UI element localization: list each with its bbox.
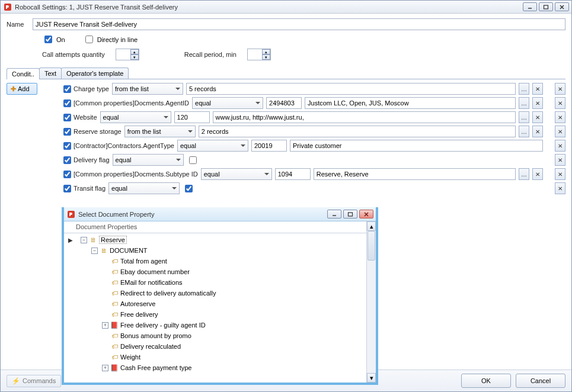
tree-row-label: Reserve — [99, 236, 127, 244]
condition-enable-checkbox[interactable] — [63, 85, 71, 93]
condition-value-text[interactable]: Justcom LLC, Open, JUS, Moscow — [305, 97, 516, 109]
minimize-button[interactable] — [523, 2, 537, 11]
scroll-down-button[interactable]: ▾ — [367, 373, 376, 383]
condition-enable-checkbox[interactable] — [63, 99, 71, 107]
condition-row: Reserve storagefrom the list2 records…✕✕ — [61, 126, 565, 137]
condition-browse-button[interactable]: … — [519, 111, 529, 123]
condition-enable-checkbox[interactable] — [63, 156, 71, 164]
tree-row[interactable]: 🏷Bonus amount by promo — [64, 330, 376, 341]
condition-delete-button[interactable]: ✕ — [555, 168, 565, 180]
scroll-thumb[interactable] — [368, 231, 375, 261]
ok-button[interactable]: OK — [461, 374, 511, 388]
tree-row[interactable]: +📕Free delivery - guilty agent ID — [64, 320, 376, 330]
tree-row[interactable]: 🏷Weight — [64, 352, 376, 362]
condition-operator-dropdown[interactable]: from the list — [124, 126, 196, 137]
tree-row[interactable]: +📕Cash Free payment type — [64, 362, 376, 373]
condition-browse-button[interactable]: … — [519, 97, 529, 109]
condition-enable-checkbox[interactable] — [63, 185, 71, 192]
tree-row[interactable]: 🏷Redirect to delivery automatically — [64, 288, 376, 298]
condition-browse-button[interactable]: … — [519, 83, 529, 95]
tree-row[interactable]: 🏷Total from agent — [64, 256, 376, 266]
conditions-area: ✚ Add Charge typefrom the list5 records…… — [7, 79, 565, 194]
condition-clear-button[interactable]: ✕ — [532, 83, 543, 95]
condition-value-num[interactable] — [174, 111, 210, 123]
name-field[interactable] — [33, 18, 565, 30]
condition-delete-button[interactable]: ✕ — [555, 111, 565, 123]
condition-value-text[interactable]: www.just.ru, http://www.just.ru, — [213, 111, 516, 123]
maximize-button[interactable] — [539, 2, 553, 11]
condition-clear-button[interactable]: ✕ — [532, 97, 543, 109]
condition-delete-button[interactable]: ✕ — [555, 126, 565, 137]
commands-button[interactable]: ⚡ Commands — [7, 375, 61, 387]
condition-clear-button[interactable]: ✕ — [532, 111, 543, 123]
close-button[interactable] — [555, 2, 569, 11]
popup-maximize-button[interactable] — [343, 210, 357, 219]
cancel-button[interactable]: Cancel — [516, 374, 565, 388]
tree-row[interactable]: −🗎DOCUMENT — [64, 245, 376, 256]
attempts-up[interactable]: ▲ — [130, 49, 139, 54]
recall-down[interactable]: ▼ — [262, 54, 270, 60]
on-checkbox-wrap[interactable]: On — [42, 34, 65, 45]
recall-up[interactable]: ▲ — [262, 49, 270, 54]
property-icon: 🏷 — [110, 353, 119, 361]
svg-rect-7 — [349, 213, 353, 216]
condition-value-text[interactable]: 2 records — [199, 126, 516, 137]
tab-2[interactable]: Operator's template — [61, 68, 129, 79]
tree-expand-icon[interactable]: + — [102, 322, 108, 329]
condition-bool-value[interactable] — [185, 185, 193, 192]
tree-collapse-icon[interactable]: − — [81, 237, 87, 243]
condition-enable-checkbox[interactable] — [63, 114, 71, 121]
condition-delete-button[interactable]: ✕ — [555, 182, 565, 194]
condition-operator-dropdown[interactable]: equal — [100, 111, 171, 123]
property-icon: 🏷 — [110, 300, 119, 308]
condition-operator-dropdown[interactable]: from the list — [112, 83, 183, 95]
directly-checkbox[interactable] — [85, 36, 93, 43]
popup-minimize-button[interactable] — [327, 210, 341, 219]
condition-delete-button[interactable]: ✕ — [555, 83, 565, 95]
condition-delete-button[interactable]: ✕ — [555, 140, 565, 152]
tree-row[interactable]: ▶−🗎Reserve — [64, 234, 376, 245]
scroll-up-button[interactable]: ▴ — [367, 221, 376, 231]
tree-row[interactable]: 🏷EMail for notifications — [64, 277, 376, 288]
property-tree[interactable]: ▶−🗎Reserve−🗎DOCUMENT🏷Total from agent🏷Eb… — [64, 233, 376, 383]
condition-value-num[interactable] — [275, 168, 311, 180]
attempts-down[interactable]: ▼ — [130, 54, 139, 60]
tree-row[interactable]: 🏷Delivery recalculated — [64, 341, 376, 352]
popup-close-button[interactable] — [359, 210, 373, 219]
condition-enable-checkbox[interactable] — [63, 142, 71, 150]
condition-delete-button[interactable]: ✕ — [555, 154, 565, 166]
condition-operator-dropdown[interactable]: equal — [201, 168, 272, 180]
tree-collapse-icon[interactable]: − — [91, 248, 98, 254]
condition-value-num[interactable] — [251, 140, 287, 152]
condition-operator-dropdown[interactable]: equal — [177, 140, 248, 152]
recall-spinner[interactable]: ▲▼ — [247, 49, 271, 60]
condition-clear-button[interactable]: ✕ — [532, 168, 543, 180]
condition-browse-button[interactable]: … — [519, 126, 529, 137]
on-checkbox[interactable] — [44, 36, 52, 43]
condition-operator-dropdown[interactable]: equal — [113, 154, 184, 166]
condition-browse-button[interactable]: … — [519, 168, 529, 180]
condition-enable-checkbox[interactable] — [63, 171, 71, 178]
condition-value-text[interactable]: Private customer — [290, 140, 543, 152]
condition-operator-dropdown[interactable]: equal — [192, 97, 263, 109]
tree-row[interactable]: 🏷Autoreserve — [64, 298, 376, 309]
condition-delete-button[interactable]: ✕ — [555, 97, 565, 109]
tree-row[interactable]: 🏷Ebay document number — [64, 266, 376, 277]
condition-operator-dropdown[interactable]: equal — [108, 182, 180, 194]
condition-row: [Common properties]Docments.Subtype IDeq… — [61, 168, 565, 180]
condition-bool-value[interactable] — [189, 156, 197, 164]
condition-enable-checkbox[interactable] — [63, 128, 71, 136]
condition-clear-button[interactable]: ✕ — [532, 126, 543, 137]
popup-app-icon — [66, 210, 76, 219]
tab-0[interactable]: Condit.. — [7, 68, 40, 79]
attempts-spinner[interactable]: ▲▼ — [116, 49, 139, 60]
add-button[interactable]: ✚ Add — [7, 83, 37, 95]
condition-value-text[interactable]: Reserve, Reserve — [314, 168, 516, 180]
condition-value-text[interactable]: 5 records — [186, 83, 516, 95]
condition-value-num[interactable] — [266, 97, 302, 109]
directly-checkbox-wrap[interactable]: Directly in line — [83, 34, 138, 45]
tab-1[interactable]: Text — [39, 68, 62, 79]
tree-expand-icon[interactable]: + — [102, 365, 108, 371]
tree-row[interactable]: 🏷Free delivery — [64, 309, 376, 320]
popup-scrollbar[interactable]: ▴ ▾ — [366, 221, 376, 383]
